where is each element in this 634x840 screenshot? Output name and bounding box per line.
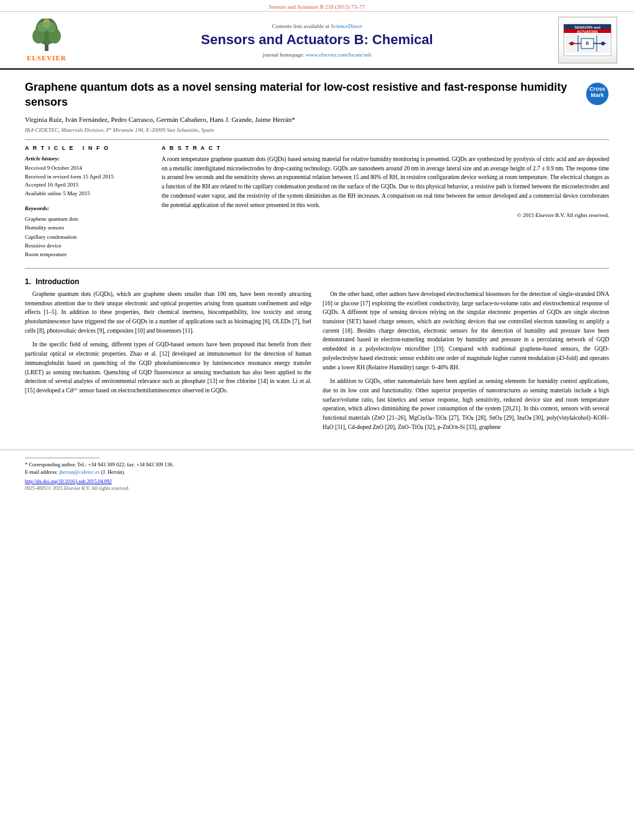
abstract-text: A room temperature graphene quantum dots… <box>162 155 609 210</box>
email-link[interactable]: jherran@cidetec.es <box>59 469 99 475</box>
footnote-text: * Corresponding author. Tel.: +34 943 30… <box>25 461 174 468</box>
article-info-col: A R T I C L E I N F O Article history: R… <box>25 145 149 259</box>
accepted-date: Accepted 16 April 2015 <box>25 181 149 190</box>
citation-text: Sensors and Actuators B 218 (2015) 73–77 <box>269 4 365 10</box>
email-label: E-mail address: <box>25 469 58 475</box>
intro-p2: In the specific field of sensing, differ… <box>25 340 311 395</box>
svg-point-8 <box>44 19 49 22</box>
journal-title: Sensors and Actuators B: Chemical <box>201 32 433 48</box>
available-date: Available online 5 May 2015 <box>25 190 149 198</box>
crossmark-icon: Cross Mark <box>586 82 609 106</box>
contents-line: Contents lists available at ScienceDirec… <box>272 23 362 29</box>
intro-body-cols: Graphene quantum dots (GQDs), which are … <box>25 290 609 437</box>
keyword-1: Graphene quantum dots <box>25 215 149 223</box>
footnote-line: * Corresponding author. Tel.: +34 943 30… <box>25 461 609 469</box>
keywords-block: Keywords: Graphene quantum dots Humidity… <box>25 204 149 259</box>
authors-line: Virginia Ruiz, Iván Fernández, Pedro Car… <box>25 115 609 124</box>
sensors-logo-box: SENSORS and ACTUATORS B <box>553 17 622 63</box>
footer-divider <box>25 458 99 458</box>
article-content: Graphene quantum dots as a novel sensing… <box>0 70 634 443</box>
history-label: Article history: <box>25 155 149 164</box>
elsevier-logo: ELSEVIER <box>12 17 81 63</box>
citation-bar: Sensors and Actuators B 218 (2015) 73–77 <box>0 0 634 12</box>
affiliation-line: IK4-CIDETEC, Materials Division, Pº Mira… <box>25 127 609 133</box>
intro-title: 1. Introduction <box>25 277 609 286</box>
info-abstract-cols: A R T I C L E I N F O Article history: R… <box>25 145 609 259</box>
svg-text:SENSORS and: SENSORS and <box>574 25 600 29</box>
article-title: Graphene quantum dots as a novel sensing… <box>25 80 586 110</box>
doi-line: http://dx.doi.org/10.1016/j.snb.2015.04.… <box>25 479 609 484</box>
journal-center: Contents lists available at ScienceDirec… <box>81 17 553 63</box>
keyword-4: Resistive device <box>25 241 149 250</box>
svg-point-22 <box>601 42 605 45</box>
page: Sensors and Actuators B 218 (2015) 73–77… <box>0 0 634 840</box>
doi-link[interactable]: http://dx.doi.org/10.1016/j.snb.2015.04.… <box>25 479 112 484</box>
journal-header: ELSEVIER Contents lists available at Sci… <box>0 12 634 70</box>
intro-col-left: Graphene quantum dots (GQDs), which are … <box>25 290 311 437</box>
article-title-section: Graphene quantum dots as a novel sensing… <box>25 80 609 110</box>
sensors-logo: SENSORS and ACTUATORS B <box>558 17 617 63</box>
homepage-link[interactable]: www.elsevier.com/locate/snb <box>306 52 371 58</box>
elsevier-tree-icon <box>25 19 68 53</box>
divider-1 <box>25 139 609 140</box>
intro-p3: On the other hand, other authors have de… <box>323 290 609 372</box>
homepage-line: journal homepage: www.elsevier.com/locat… <box>263 52 372 58</box>
svg-text:Cross: Cross <box>589 86 605 92</box>
sciencedirect-link[interactable]: ScienceDirect <box>331 23 362 29</box>
sensors-logo-icon: SENSORS and ACTUATORS B <box>563 23 612 57</box>
abstract-col: A B S T R A C T A room temperature graph… <box>162 145 609 259</box>
received-date: Received 9 October 2014 <box>25 164 149 173</box>
svg-point-21 <box>570 42 574 45</box>
keyword-3: Capillary condensation <box>25 233 149 241</box>
keyword-5: Room temperature <box>25 250 149 259</box>
issn-line: 0925-4005/© 2015 Elsevier B.V. All right… <box>25 486 609 491</box>
svg-text:Mark: Mark <box>590 92 604 98</box>
elsevier-label: ELSEVIER <box>27 54 67 62</box>
article-history-block: Article history: Received 9 October 2014… <box>25 155 149 198</box>
email-suffix: (J. Herrán). <box>101 469 126 475</box>
intro-p4: In addition to GQDs, other nanomaterials… <box>323 377 609 432</box>
svg-text:ACTUATORS: ACTUATORS <box>577 30 598 34</box>
intro-p1: Graphene quantum dots (GQDs), which are … <box>25 290 311 336</box>
keywords-label: Keywords: <box>25 204 149 213</box>
svg-text:B: B <box>586 41 589 45</box>
introduction-section: 1. Introduction Graphene quantum dots (G… <box>25 277 609 437</box>
keyword-2: Humidity sensors <box>25 223 149 232</box>
abstract-copyright: © 2015 Elsevier B.V. All rights reserved… <box>162 212 609 218</box>
abstract-heading: A B S T R A C T <box>162 145 609 151</box>
article-info-heading: A R T I C L E I N F O <box>25 145 149 151</box>
intro-col-right: On the other hand, other authors have de… <box>323 290 609 437</box>
divider-2 <box>25 268 609 269</box>
email-line: E-mail address: jherran@cidetec.es (J. H… <box>25 468 609 476</box>
footer: * Corresponding author. Tel.: +34 943 30… <box>0 450 634 492</box>
revised-date: Received in revised form 15 April 2015 <box>25 173 149 182</box>
